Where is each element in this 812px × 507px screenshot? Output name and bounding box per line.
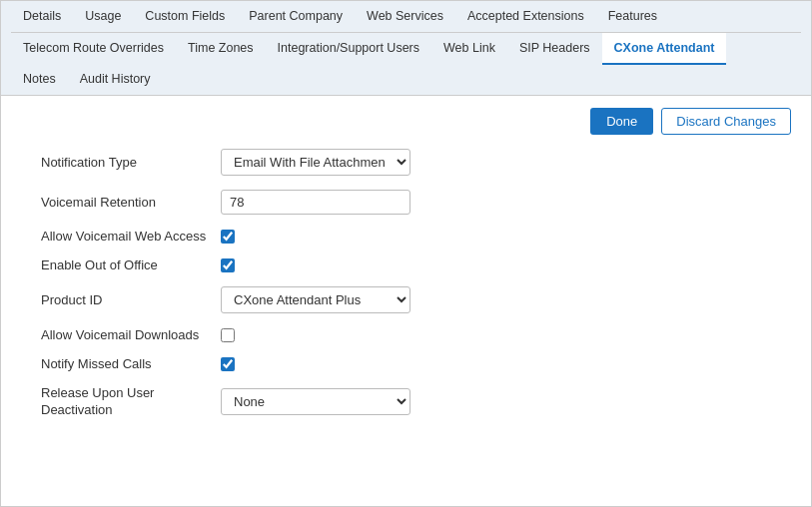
- voicemail-retention-input[interactable]: [221, 190, 410, 215]
- enable-out-of-office-field: [221, 258, 620, 272]
- tab-features[interactable]: Features: [596, 1, 669, 33]
- notify-missed-calls-field: [221, 357, 620, 371]
- enable-out-of-office-label: Enable Out of Office: [41, 257, 221, 272]
- main-container: Details Usage Custom Fields Parent Compa…: [0, 0, 812, 507]
- discard-changes-button[interactable]: Discard Changes: [661, 108, 791, 135]
- release-upon-user-deactivation-select[interactable]: None: [221, 388, 410, 415]
- tab-notes[interactable]: Notes: [11, 64, 68, 96]
- tab-web-services[interactable]: Web Services: [355, 1, 455, 33]
- voicemail-retention-field: [221, 190, 620, 215]
- tab-accepted-extensions[interactable]: Accepted Extensions: [455, 1, 596, 33]
- tab-bar: Details Usage Custom Fields Parent Compa…: [1, 1, 811, 96]
- product-id-label: Product ID: [41, 292, 221, 307]
- notification-type-select[interactable]: Email With File Attachment: [221, 149, 410, 176]
- allow-voicemail-downloads-checkbox[interactable]: [221, 328, 235, 342]
- done-button[interactable]: Done: [590, 108, 653, 135]
- notify-missed-calls-checkbox[interactable]: [221, 357, 235, 371]
- allow-voicemail-web-access-field: [221, 230, 620, 244]
- tab-telecom-route-overrides[interactable]: Telecom Route Overrides: [11, 33, 176, 65]
- product-id-select[interactable]: CXone Attendant Plus: [221, 286, 410, 313]
- voicemail-retention-label: Voicemail Retention: [41, 195, 221, 210]
- tab-time-zones[interactable]: Time Zones: [176, 33, 266, 65]
- form-grid: Notification Type Email With File Attach…: [41, 149, 620, 419]
- tab-web-link[interactable]: Web Link: [431, 33, 507, 65]
- tab-usage[interactable]: Usage: [73, 1, 133, 33]
- tab-row-1: Details Usage Custom Fields Parent Compa…: [11, 1, 801, 33]
- notification-type-field: Email With File Attachment: [221, 149, 620, 176]
- notify-missed-calls-label: Notify Missed Calls: [41, 356, 221, 371]
- notification-type-label: Notification Type: [41, 155, 221, 170]
- tab-cxone-attendant[interactable]: CXone Attendant: [602, 33, 727, 65]
- product-id-field: CXone Attendant Plus: [221, 286, 620, 313]
- release-upon-user-deactivation-label: Release Upon User Deactivation: [41, 385, 221, 419]
- tab-custom-fields[interactable]: Custom Fields: [133, 1, 237, 33]
- release-upon-user-deactivation-field: None: [221, 388, 620, 415]
- allow-voicemail-downloads-label: Allow Voicemail Downloads: [41, 327, 221, 342]
- tab-audit-history[interactable]: Audit History: [68, 64, 163, 96]
- tab-integration-support-users[interactable]: Integration/Support Users: [266, 33, 431, 65]
- toolbar: Done Discard Changes: [21, 108, 791, 135]
- allow-voicemail-downloads-field: [221, 328, 620, 342]
- allow-voicemail-web-access-label: Allow Voicemail Web Access: [41, 229, 221, 244]
- tab-details[interactable]: Details: [11, 1, 73, 33]
- enable-out-of-office-checkbox[interactable]: [221, 258, 235, 272]
- tab-parent-company[interactable]: Parent Company: [237, 1, 355, 33]
- tab-row-3: Notes Audit History: [11, 64, 801, 95]
- content-area: Done Discard Changes Notification Type E…: [1, 96, 811, 506]
- tab-row-2: Telecom Route Overrides Time Zones Integ…: [11, 33, 801, 64]
- allow-voicemail-web-access-checkbox[interactable]: [221, 230, 235, 244]
- tab-sip-headers[interactable]: SIP Headers: [507, 33, 602, 65]
